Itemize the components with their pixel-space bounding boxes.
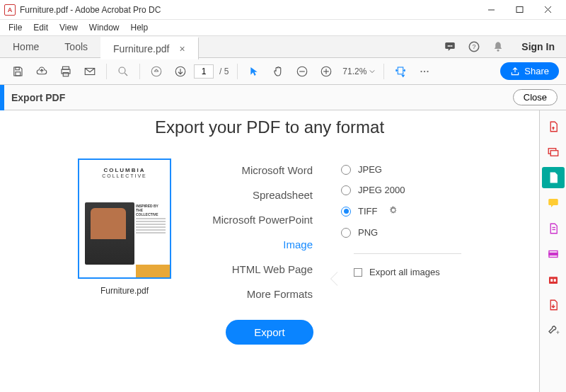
- page-total-label: / 5: [219, 67, 229, 76]
- export-pdf-title: Export PDF: [11, 92, 513, 103]
- cloud-icon[interactable]: [31, 61, 52, 82]
- format-word[interactable]: Microsoft Word: [200, 164, 313, 176]
- svg-text:•••: •••: [448, 43, 454, 48]
- next-page-icon[interactable]: [170, 61, 191, 82]
- minimize-button[interactable]: [477, 2, 505, 18]
- window-controls: [477, 2, 562, 18]
- menu-file[interactable]: File: [3, 21, 28, 34]
- zoom-in-icon[interactable]: [316, 61, 337, 82]
- tab-home[interactable]: Home: [0, 36, 52, 57]
- svg-rect-37: [553, 279, 555, 282]
- bell-icon[interactable]: [486, 36, 510, 57]
- rail-more-tools-icon[interactable]: +: [542, 320, 565, 341]
- rail-export-pdf-icon[interactable]: [542, 167, 565, 188]
- export-all-images-checkbox[interactable]: Export all images: [354, 267, 461, 277]
- svg-rect-29: [550, 151, 558, 156]
- svg-text:+: +: [555, 329, 559, 336]
- menu-help[interactable]: Help: [125, 21, 154, 34]
- panel-accent: [0, 85, 4, 110]
- view-tabs: Home Tools Furniture.pdf × ••• ? Sign In: [0, 35, 566, 58]
- document-thumbnail[interactable]: COLUMBIA COLLECTIVE INSPIRED BY THE COLL…: [78, 158, 171, 279]
- svg-rect-36: [550, 279, 553, 282]
- close-panel-button[interactable]: Close: [513, 89, 558, 105]
- format-html[interactable]: HTML Web Page: [200, 263, 313, 275]
- thumb-brand2: COLLECTIVE: [79, 173, 170, 178]
- rail-organize-icon[interactable]: [542, 218, 565, 239]
- format-spreadsheet[interactable]: Spreadsheet: [200, 189, 313, 201]
- rail-protect-icon[interactable]: [542, 269, 565, 290]
- tab-document-label: Furniture.pdf: [113, 43, 169, 54]
- more-tools-icon[interactable]: [414, 61, 435, 82]
- select-tool-icon[interactable]: [243, 61, 265, 82]
- zoom-out-icon[interactable]: [291, 61, 313, 82]
- rail-create-pdf-icon[interactable]: [542, 116, 565, 137]
- sign-in-button[interactable]: Sign In: [510, 36, 566, 57]
- prev-page-icon[interactable]: [146, 61, 167, 82]
- window-titlebar: A Furniture.pdf - Adobe Acrobat Pro DC: [0, 0, 566, 20]
- svg-text:?: ?: [473, 43, 476, 50]
- tools-rail: +: [539, 110, 566, 392]
- close-window-button[interactable]: [533, 2, 562, 18]
- menu-edit[interactable]: Edit: [28, 21, 54, 34]
- svg-rect-9: [16, 67, 19, 70]
- fit-width-icon[interactable]: [390, 61, 411, 82]
- app-icon: A: [4, 4, 16, 16]
- maximize-button[interactable]: [505, 2, 533, 18]
- svg-point-26: [424, 70, 425, 71]
- export-panel: Export your PDF to any format COLUMBIA C…: [0, 110, 539, 392]
- option-tiff[interactable]: TIFF: [341, 205, 461, 217]
- zoom-level-dropdown[interactable]: 71.2%: [342, 67, 375, 76]
- menu-bar: File Edit View Window Help: [0, 20, 566, 35]
- export-heading: Export your PDF to any format: [0, 117, 539, 137]
- thumbnail-filename: Furniture.pdf: [100, 286, 149, 296]
- svg-rect-24: [398, 67, 404, 74]
- tiff-settings-gear-icon[interactable]: [388, 205, 398, 217]
- page-number-input[interactable]: [194, 64, 214, 79]
- svg-rect-1: [516, 7, 523, 13]
- export-pdf-bar: Export PDF Close: [0, 85, 566, 110]
- svg-point-15: [119, 67, 125, 74]
- svg-rect-13: [63, 72, 69, 76]
- help-icon[interactable]: ?: [462, 36, 486, 57]
- svg-rect-10: [16, 71, 21, 75]
- print-icon[interactable]: [55, 61, 76, 82]
- save-icon[interactable]: [7, 61, 28, 82]
- export-button[interactable]: Export: [226, 320, 313, 345]
- image-options: JPEG JPEG 2000 TIFF PNG Export all image…: [341, 158, 461, 300]
- format-more[interactable]: More Formats: [200, 288, 313, 300]
- rail-redact-icon[interactable]: [542, 243, 565, 265]
- selection-pointer: [331, 272, 338, 286]
- format-powerpoint[interactable]: Microsoft PowerPoint: [200, 214, 313, 226]
- upload-icon: [510, 67, 520, 76]
- svg-rect-30: [548, 199, 558, 205]
- menu-view[interactable]: View: [54, 21, 83, 34]
- hand-tool-icon[interactable]: [267, 61, 289, 82]
- svg-point-25: [421, 70, 422, 71]
- close-tab-icon[interactable]: ×: [179, 43, 185, 54]
- main-area: Export your PDF to any format COLUMBIA C…: [0, 110, 566, 392]
- option-png[interactable]: PNG: [341, 227, 461, 238]
- rail-comment-icon[interactable]: [542, 192, 565, 214]
- toolbar: / 5 71.2% Share: [0, 58, 566, 85]
- thumb-accent: [136, 265, 170, 277]
- thumb-image-placeholder: [85, 202, 134, 265]
- share-button[interactable]: Share: [500, 62, 559, 80]
- rail-optimize-icon[interactable]: [542, 294, 565, 316]
- window-title: Furniture.pdf - Adobe Acrobat Pro DC: [20, 5, 477, 15]
- tab-tools[interactable]: Tools: [52, 36, 100, 57]
- tab-document[interactable]: Furniture.pdf ×: [100, 37, 199, 59]
- option-jpeg[interactable]: JPEG: [341, 164, 461, 175]
- mail-icon[interactable]: [79, 61, 100, 82]
- search-icon[interactable]: [112, 61, 134, 82]
- thumb-text-block: INSPIRED BY THE COLLECTIVE: [136, 204, 166, 235]
- svg-rect-35: [549, 277, 558, 284]
- thumb-brand1: COLUMBIA: [79, 167, 170, 173]
- format-list: Microsoft Word Spreadsheet Microsoft Pow…: [200, 158, 313, 300]
- comment-icon[interactable]: •••: [438, 36, 462, 57]
- rail-combine-icon[interactable]: [542, 142, 565, 163]
- option-jpeg2000[interactable]: JPEG 2000: [341, 185, 461, 195]
- format-image[interactable]: Image: [200, 238, 313, 250]
- svg-rect-34: [549, 253, 558, 255]
- svg-line-16: [125, 73, 127, 76]
- menu-window[interactable]: Window: [83, 21, 125, 34]
